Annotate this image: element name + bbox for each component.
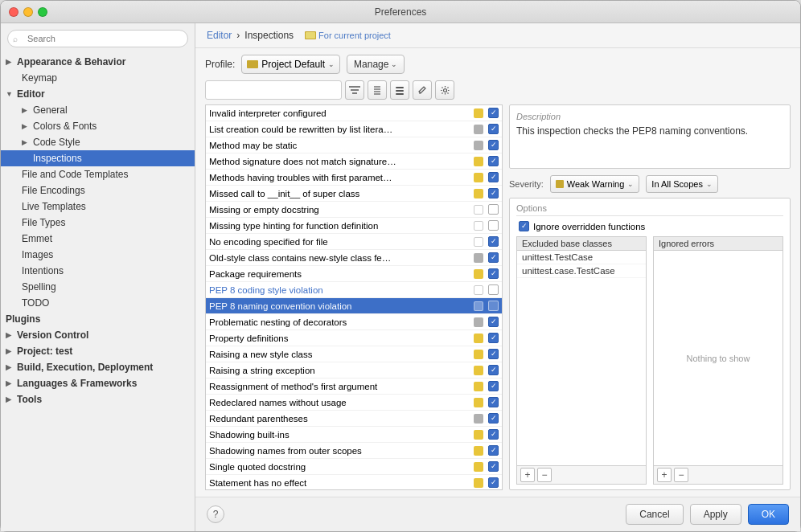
table-row[interactable]: Problematic nesting of decorators [206,314,502,330]
sidebar-item-live-templates[interactable]: Live Templates [1,198,195,215]
ignore-checkbox[interactable] [519,221,529,231]
sidebar-item-languages[interactable]: ▶ Languages & Frameworks [1,375,195,391]
table-row[interactable]: Statement has no effect [206,475,502,490]
cancel-button[interactable]: Cancel [626,504,683,525]
inspection-checkbox[interactable] [488,413,499,424]
table-row[interactable]: Property definitions [206,330,502,346]
table-row[interactable]: Method may be static [206,137,502,153]
sidebar-item-spelling[interactable]: Spelling [1,279,195,295]
inspection-checkbox[interactable] [488,477,499,488]
table-row[interactable]: Methods having troubles with first param… [206,170,502,186]
add-button[interactable]: + [657,468,672,482]
sidebar-item-project-test[interactable]: ▶ Project: test [1,343,195,359]
table-row[interactable]: unittest.TestCase [517,251,646,264]
table-row[interactable]: Shadowing names from outer scopes [206,443,502,459]
help-button[interactable]: ? [207,505,224,523]
inspection-checkbox[interactable] [488,365,499,375]
remove-button[interactable]: − [674,468,688,482]
filter-input[interactable] [205,80,342,100]
collapse-all-button[interactable] [390,80,409,100]
inspection-checkbox[interactable] [488,381,499,391]
inspection-checkbox[interactable] [488,397,499,407]
sidebar-item-code-style[interactable]: ▶ Code Style [1,134,195,150]
inspection-checkbox[interactable] [488,301,499,311]
inspection-checkbox[interactable] [488,445,499,456]
sidebar-item-intentions[interactable]: Intentions [1,263,195,279]
table-row[interactable]: List creation could be rewritten by list… [206,121,502,137]
table-row[interactable]: Missing type hinting for function defini… [206,218,502,234]
table-row[interactable]: Missing or empty docstring [206,202,502,218]
table-row[interactable]: Redundant parentheses [206,411,502,427]
breadcrumb-editor[interactable]: Editor [207,30,232,41]
filter-button[interactable] [345,80,364,100]
table-row[interactable]: Package requirements [206,266,502,282]
sidebar-item-file-code-templates[interactable]: File and Code Templates [1,166,195,182]
inspection-checkbox[interactable] [488,284,499,295]
add-button[interactable]: + [520,468,535,482]
table-row[interactable]: Old-style class contains new-style class… [206,250,502,266]
table-row[interactable]: Reassignment of method's first argument [206,379,502,395]
scope-dropdown[interactable]: In All Scopes ⌄ [646,175,718,193]
sidebar-item-editor[interactable]: ▼ Editor [1,86,195,102]
sidebar-item-inspections[interactable]: Inspections [1,150,195,166]
edit-button[interactable] [413,80,432,100]
inspection-checkbox[interactable] [488,349,499,359]
inspection-checkbox[interactable] [488,429,499,440]
inspection-checkbox[interactable] [488,220,499,231]
inspection-checkbox[interactable] [488,252,499,263]
maximize-button[interactable] [38,7,47,17]
table-row[interactable]: Method signature does not match signatur… [206,153,502,170]
sidebar-item-plugins[interactable]: Plugins [1,311,195,327]
close-button[interactable] [9,7,18,17]
table-row[interactable]: No encoding specified for file [206,234,502,250]
remove-button[interactable]: − [537,468,552,482]
table-header: Ignored errors [654,237,783,251]
manage-label: Manage [354,59,388,70]
settings-button[interactable] [435,80,454,100]
inspection-checkbox[interactable] [488,188,499,198]
sidebar-item-general[interactable]: ▶ General [1,102,195,118]
inspection-checkbox[interactable] [488,333,499,343]
inspection-checkbox[interactable] [488,204,499,215]
sidebar-item-emmet[interactable]: Emmet [1,231,195,247]
table-row[interactable]: Missed call to __init__ of super class [206,186,502,202]
sidebar-item-file-encodings[interactable]: File Encodings [1,182,195,198]
search-input[interactable] [7,30,188,47]
inspection-checkbox[interactable] [488,317,499,327]
minimize-button[interactable] [23,7,33,17]
inspection-checkbox[interactable] [488,172,499,182]
sidebar-item-build-exec[interactable]: ▶ Build, Execution, Deployment [1,359,195,375]
table-row[interactable]: Invalid interpreter configured [206,105,502,121]
table-row[interactable]: Redeclared names without usage [206,395,502,411]
sidebar-item-version-control[interactable]: ▶ Version Control [1,327,195,343]
profile-dropdown[interactable]: Project Default ⌄ [241,55,340,74]
inspection-checkbox[interactable] [488,236,499,247]
inspection-checkbox[interactable] [488,156,499,166]
sidebar-item-appearance[interactable]: ▶ Appearance & Behavior [1,54,195,70]
sidebar-item-keymap[interactable]: Keymap [1,70,195,86]
svg-rect-9 [396,87,404,88]
severity-value: Weak Warning [567,179,625,189]
sidebar-item-file-types[interactable]: File Types [1,215,195,231]
apply-button[interactable]: Apply [690,504,741,525]
inspection-checkbox[interactable] [488,268,499,279]
sidebar-item-tools[interactable]: ▶ Tools [1,391,195,407]
table-row[interactable]: Single quoted docstring [206,459,502,475]
table-row[interactable]: Shadowing built-ins [206,427,502,443]
sidebar-item-todo[interactable]: TODO [1,295,195,311]
inspection-checkbox[interactable] [488,108,499,118]
table-row[interactable]: Raising a string exception [206,362,502,379]
table-row[interactable]: PEP 8 coding style violation [206,282,502,298]
table-row[interactable]: PEP 8 naming convention violation [206,298,502,314]
severity-dropdown[interactable]: Weak Warning ⌄ [550,175,640,193]
table-row[interactable]: unittest.case.TestCase [517,264,646,278]
manage-button[interactable]: Manage ⌄ [347,55,405,74]
sidebar-item-colors-fonts[interactable]: ▶ Colors & Fonts [1,118,195,134]
expand-all-button[interactable] [368,80,387,100]
sidebar-item-images[interactable]: Images [1,247,195,263]
inspection-checkbox[interactable] [488,140,499,150]
inspection-checkbox[interactable] [488,461,499,472]
table-row[interactable]: Raising a new style class [206,346,502,362]
ok-button[interactable]: OK [748,504,789,525]
inspection-checkbox[interactable] [488,124,499,134]
